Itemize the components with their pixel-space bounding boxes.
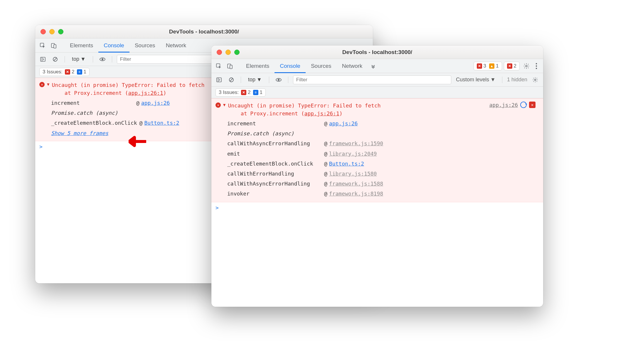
issues-label: 3 Issues: [43, 69, 63, 75]
stack-source-link[interactable]: Button.ts:2 [144, 118, 179, 128]
issues-chip[interactable]: 3 Issues: ✕2 ≡1 [215, 88, 266, 97]
settings-icon[interactable] [521, 61, 531, 71]
titlebar: DevTools - localhost:3000/ [211, 45, 543, 59]
context-selector[interactable]: top ▼ [70, 55, 88, 63]
stack-source-link[interactable]: app.js:26 [141, 98, 170, 108]
blocked-badges[interactable]: ✕2 [504, 62, 520, 70]
issues-message-count: 1 [260, 90, 262, 95]
context-label: top [72, 56, 79, 62]
clear-console-icon[interactable] [50, 55, 60, 64]
window-close-button[interactable] [217, 50, 222, 55]
devtools-window-expanded: DevTools - localhost:3000/ Elements Cons… [211, 45, 543, 307]
device-toggle-icon[interactable] [224, 60, 235, 72]
show-more-frames-link[interactable]: Show 5 more frames [51, 130, 108, 136]
tab-console[interactable]: Console [98, 38, 129, 52]
error-icon: ✕ [477, 63, 482, 69]
stack-source-link[interactable]: framework.js:1588 [329, 179, 383, 189]
issues-label: 3 Issues: [219, 90, 239, 95]
stack-row: emit@library.js:2049 [227, 149, 539, 159]
stack-source-link[interactable]: app.js:26 [329, 119, 358, 129]
tab-network[interactable]: Network [161, 38, 192, 52]
issues-chip[interactable]: 3 Issues: ✕2 ≡1 [39, 68, 90, 76]
clear-console-icon[interactable] [227, 75, 236, 85]
stack-row: callWithAsyncErrorHandling@framework.js:… [227, 139, 539, 149]
issues-message-count: 1 [84, 69, 86, 75]
window-zoom-button[interactable] [58, 29, 63, 34]
svg-line-19 [230, 78, 233, 81]
dismiss-error-icon[interactable]: ✕ [529, 102, 536, 108]
svg-rect-2 [54, 45, 56, 48]
svg-point-8 [102, 58, 103, 60]
error-expand-caret[interactable]: ▼ [223, 102, 225, 107]
stack-async-label: Promise.catch (async) [51, 108, 118, 118]
stack-source-link[interactable]: framework.js:1590 [329, 139, 383, 149]
console-settings-icon[interactable] [530, 75, 540, 85]
warning-icon: ▲ [489, 63, 494, 69]
console-prompt[interactable]: > [211, 202, 543, 213]
tab-console[interactable]: Console [275, 59, 306, 73]
error-count: 3 [484, 63, 486, 69]
stack-function: _createElementBlock.onClick [227, 159, 324, 169]
tab-elements[interactable]: Elements [65, 38, 98, 52]
more-tabs-icon[interactable] [368, 60, 379, 72]
more-icon[interactable] [531, 61, 541, 71]
live-expression-icon[interactable] [98, 55, 107, 64]
error-expand-caret[interactable]: ▼ [47, 82, 49, 87]
issues-error-count: 2 [248, 90, 250, 95]
error-icon: ✕ [241, 90, 246, 95]
titlebar: DevTools - localhost:3000/ [35, 25, 373, 38]
console-sidebar-toggle-icon[interactable] [214, 75, 224, 85]
svg-point-13 [536, 63, 537, 64]
stack-at: @ [136, 98, 141, 108]
stack-at: @ [324, 189, 329, 199]
status-badges[interactable]: ✕3 ▲1 [474, 62, 502, 70]
live-expression-icon[interactable] [274, 75, 283, 85]
stack-function: increment [227, 119, 324, 129]
device-toggle-icon[interactable] [48, 40, 59, 51]
window-zoom-button[interactable] [234, 50, 240, 55]
error-block: ✕ ▼ Uncaught (in promise) TypeError: Fai… [211, 98, 543, 202]
error-location-link[interactable]: app.js:26:1 [128, 90, 163, 96]
svg-point-14 [536, 65, 537, 66]
stack-at: @ [139, 118, 144, 128]
stack-at: @ [324, 149, 329, 159]
prompt-chevron-icon: > [215, 205, 219, 211]
filter-input[interactable] [293, 75, 451, 84]
stack-source-link[interactable]: library.js:1580 [329, 169, 377, 179]
window-title: DevTools - localhost:3000/ [211, 49, 543, 55]
svg-rect-3 [41, 57, 45, 61]
stack-source-link[interactable]: Button.ts:2 [329, 159, 364, 169]
dropdown-icon: ▼ [490, 77, 496, 83]
window-minimize-button[interactable] [225, 50, 231, 55]
error-source-link[interactable]: app.js:26 [489, 102, 518, 108]
main-toolbar: Elements Console Sources Network ✕3 ▲1 ✕… [211, 59, 543, 73]
stack-function: emit [227, 149, 324, 159]
stack-function: increment [51, 98, 136, 108]
hidden-count[interactable]: 1 hidden [507, 77, 527, 83]
inspect-icon[interactable] [37, 40, 48, 51]
stack-source-link[interactable]: framework.js:8198 [329, 189, 383, 199]
tab-elements[interactable]: Elements [241, 59, 275, 73]
stack-trace-expanded: increment@app.js:26Promise.catch (async)… [211, 118, 543, 200]
inspect-icon[interactable] [213, 60, 224, 72]
stack-row: callWithErrorHandling@library.js:1580 [227, 169, 539, 179]
tab-network[interactable]: Network [337, 59, 368, 73]
context-label: top [248, 77, 255, 83]
svg-rect-11 [230, 65, 232, 69]
error-x-icon: ✕ [215, 102, 221, 108]
window-close-button[interactable] [41, 29, 46, 34]
stack-source-link[interactable]: library.js:2049 [329, 149, 377, 159]
stack-at: @ [324, 169, 329, 179]
context-selector[interactable]: top ▼ [246, 75, 264, 84]
window-minimize-button[interactable] [49, 29, 55, 34]
warning-count: 1 [496, 63, 499, 69]
tab-sources[interactable]: Sources [306, 59, 337, 73]
stack-async-label: Promise.catch (async) [227, 129, 294, 139]
reload-icon[interactable] [520, 102, 527, 108]
dropdown-icon: ▼ [80, 56, 86, 62]
message-icon: ≡ [253, 90, 258, 95]
log-levels-selector[interactable]: Custom levels ▼ [454, 77, 497, 83]
tab-sources[interactable]: Sources [129, 38, 161, 52]
console-sidebar-toggle-icon[interactable] [38, 55, 48, 64]
error-location-link[interactable]: app.js:26:1 [304, 110, 339, 117]
